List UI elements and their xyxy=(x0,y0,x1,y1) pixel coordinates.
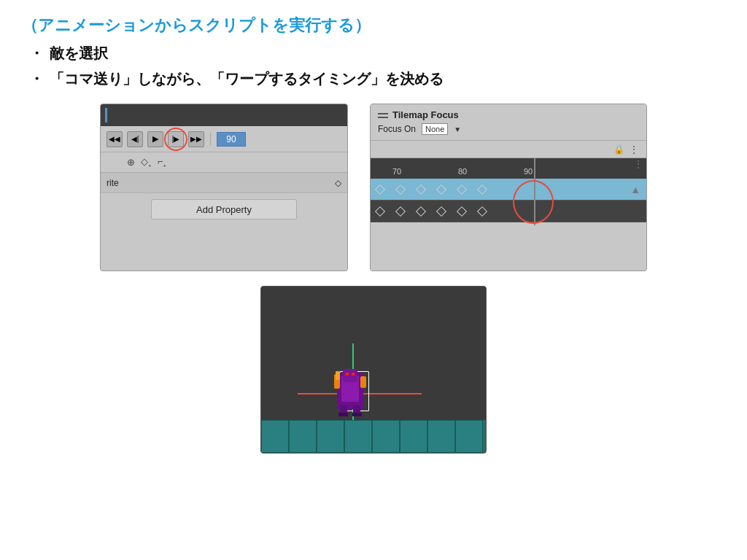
anim-top-bar xyxy=(101,104,347,126)
timeline-ruler: 70 80 90 xyxy=(371,158,646,179)
playhead-line xyxy=(534,179,535,225)
floor-tile-6 xyxy=(400,420,427,453)
lock-icon: 🔒 xyxy=(614,144,624,155)
key2-3 xyxy=(416,206,426,216)
back-to-start-btn[interactable]: ◀◀ xyxy=(107,131,123,147)
right-screenshot: Tilemap Focus Focus On None ▼ 🔒 ⋮ 70 80 xyxy=(370,104,647,271)
bracket-plus-icon: ⌐+ xyxy=(158,156,166,169)
bottom-row xyxy=(22,286,725,454)
dropdown-arrow[interactable]: ▼ xyxy=(454,125,461,133)
key-5 xyxy=(457,184,467,194)
bullet-item-1: ・ 敵を選択 xyxy=(29,44,725,63)
anim-toolbar2: ⊕ ◇+ ⌐+ xyxy=(101,152,347,173)
left-screenshot: ◀◀ ◀| ▶ |▶ ▶▶ 90 ⊕ xyxy=(100,104,348,271)
key2-5 xyxy=(457,206,467,216)
diamond-plus-icon: ◇+ xyxy=(141,156,152,169)
eq-icon xyxy=(378,112,388,119)
crosshair-icon: ⊕ xyxy=(127,157,135,168)
next-to-end-btn[interactable]: ▶▶ xyxy=(188,131,204,147)
floor-tile-3 xyxy=(317,420,344,453)
key2-2 xyxy=(395,206,406,216)
svg-rect-3 xyxy=(336,371,340,380)
timeline-tracks: ▲ xyxy=(371,179,646,222)
floor-tile-8 xyxy=(455,420,483,453)
page-container: （アニメーションからスクリプトを実行する） ・ 敵を選択 ・ 「コマ送り」しなが… xyxy=(22,15,725,454)
screenshots-row: ◀◀ ◀| ▶ |▶ ▶▶ 90 ⊕ xyxy=(22,104,725,271)
game-floor xyxy=(261,420,486,453)
character-sprite xyxy=(328,365,372,416)
character-area xyxy=(327,365,378,420)
floor-tile-4 xyxy=(344,420,372,453)
tilemap-header: Tilemap Focus Focus On None ▼ xyxy=(371,104,646,141)
property-row: rite ◇ xyxy=(101,173,347,193)
timeline-track-2 xyxy=(371,201,646,222)
svg-rect-5 xyxy=(343,369,357,382)
focus-on-label: Focus On xyxy=(378,124,416,134)
sprite-body xyxy=(327,365,378,420)
svg-rect-11 xyxy=(352,413,362,416)
tilemap-header-row2: Focus On None ▼ xyxy=(378,123,639,135)
track-scroll: ▲ xyxy=(630,184,640,195)
floor-tile-2 xyxy=(289,420,317,453)
tilemap-header-row1: Tilemap Focus xyxy=(378,109,639,120)
more-icon: ⋮ xyxy=(629,144,639,155)
add-property-button[interactable]: Add Property xyxy=(151,199,297,219)
timeline-cursor-top xyxy=(534,158,535,179)
frame-input[interactable]: 90 xyxy=(217,132,246,147)
prev-frame-btn[interactable]: ◀| xyxy=(127,131,143,147)
floor-tile-7 xyxy=(427,420,455,453)
tilemap-focus-label: Tilemap Focus xyxy=(392,109,459,120)
lock-row: 🔒 ⋮ xyxy=(371,141,646,158)
step-forward-btn[interactable]: |▶ xyxy=(168,131,184,147)
ruler-90: 90 xyxy=(524,167,533,176)
svg-rect-6 xyxy=(346,373,349,376)
key2-4 xyxy=(436,206,446,216)
floor-tile-5 xyxy=(372,420,400,453)
property-diamond: ◇ xyxy=(335,178,341,188)
bullet-dot-1: ・ xyxy=(29,44,44,63)
svg-rect-4 xyxy=(360,376,366,388)
svg-rect-7 xyxy=(352,373,355,376)
key2-1 xyxy=(375,206,385,216)
bullet-item-2: ・ 「コマ送り」しながら、「ワープするタイミング」を決める xyxy=(29,69,725,89)
bullet-text-2: 「コマ送り」しながら、「ワープするタイミング」を決める xyxy=(50,69,444,89)
ruler-70: 70 xyxy=(392,167,401,176)
bullet-dot-2: ・ xyxy=(29,69,44,89)
bottom-screenshot xyxy=(260,286,487,454)
none-box[interactable]: None xyxy=(422,123,448,135)
key-2 xyxy=(395,184,406,194)
tracks-more-icon: ⋮ xyxy=(633,158,643,170)
play-btn[interactable]: ▶ xyxy=(147,131,163,147)
key2-6 xyxy=(477,206,487,216)
key-1 xyxy=(375,184,385,194)
property-label: rite xyxy=(107,178,119,188)
ruler-80: 80 xyxy=(458,167,467,176)
bullet-text-1: 敵を選択 xyxy=(50,44,108,63)
timeline-track-1: ▲ xyxy=(371,179,646,201)
page-title: （アニメーションからスクリプトを実行する） xyxy=(22,15,725,36)
key-4 xyxy=(436,184,446,194)
svg-rect-10 xyxy=(338,413,348,416)
bullet-list: ・ 敵を選択 ・ 「コマ送り」しながら、「ワープするタイミング」を決める xyxy=(29,44,725,89)
separator xyxy=(210,133,211,146)
key-3 xyxy=(416,184,426,194)
anim-controls-row: ◀◀ ◀| ▶ |▶ ▶▶ 90 xyxy=(101,126,347,152)
floor-tile-1 xyxy=(261,420,289,453)
key-6 xyxy=(477,184,487,194)
none-label: None xyxy=(425,125,444,133)
